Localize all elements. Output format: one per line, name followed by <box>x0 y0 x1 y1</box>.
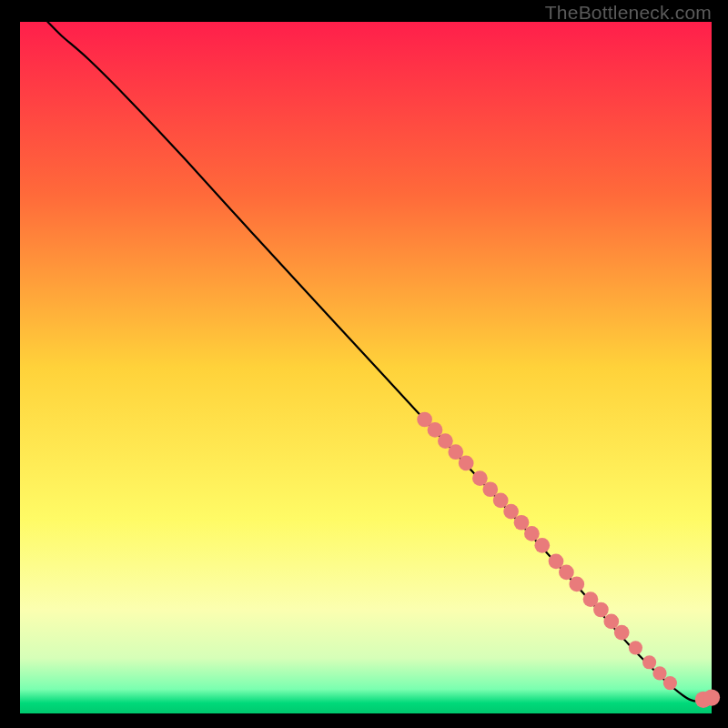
marker-dot <box>652 666 666 680</box>
marker-dot <box>603 614 619 630</box>
chart-canvas <box>0 0 728 728</box>
marker-dot <box>549 553 564 569</box>
marker-dot <box>614 625 630 641</box>
marker-dot <box>593 602 609 618</box>
marker-dot <box>459 456 474 471</box>
marker-dot <box>448 444 463 460</box>
marker-dot <box>534 538 550 553</box>
marker-dot <box>428 422 443 438</box>
marker-dot <box>438 433 453 449</box>
marker-dot <box>663 676 677 690</box>
chart-stage: TheBottleneck.com <box>0 0 728 728</box>
marker-dot <box>514 515 530 531</box>
marker-dot <box>569 577 584 592</box>
marker-dot <box>493 493 509 509</box>
marker-dot <box>559 565 574 581</box>
marker-dot <box>629 641 642 654</box>
marker-dot <box>703 689 720 705</box>
marker-dot <box>482 481 498 497</box>
marker-dot <box>524 526 540 541</box>
marker-dot <box>472 470 488 486</box>
marker-dot <box>503 504 519 520</box>
marker-dot <box>642 655 656 669</box>
